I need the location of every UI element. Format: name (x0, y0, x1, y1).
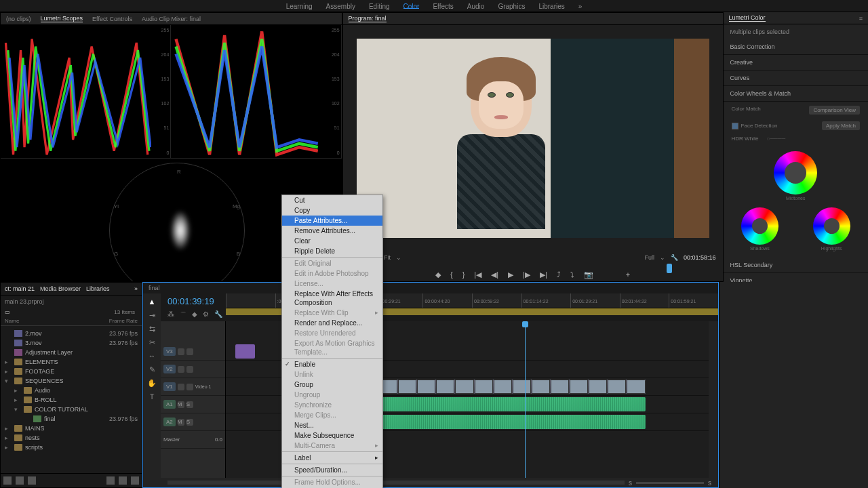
workspace-tab-active[interactable]: Color (403, 3, 420, 9)
program-video-frame[interactable] (357, 39, 709, 238)
context-menu-item[interactable]: Label (282, 453, 382, 463)
play-button[interactable]: ▶ (508, 270, 513, 279)
extract-button[interactable]: ⤵ (570, 270, 574, 279)
context-menu-item[interactable]: Ripple Delete (282, 246, 382, 256)
zoom-in-icon[interactable]: s (708, 479, 711, 487)
midtones-wheel[interactable] (774, 151, 817, 195)
export-frame-button[interactable]: 📷 (584, 270, 593, 279)
project-tab[interactable]: ct: main 21 (5, 285, 35, 292)
chevron-down-icon[interactable]: ⌄ (396, 254, 401, 261)
track-a2[interactable]: A2 (163, 418, 176, 426)
track-toggle[interactable] (178, 384, 184, 390)
wrench-icon[interactable]: 🔧 (671, 254, 678, 261)
zoom-out-icon[interactable]: s (629, 479, 632, 487)
panel-tab-active[interactable]: Lumetri Scopes (41, 15, 83, 22)
apply-match-button[interactable]: Apply Match (822, 121, 860, 130)
chevron-down-icon[interactable]: ⌄ (660, 254, 665, 261)
timecode-right[interactable]: 00:01:58:16 (684, 254, 716, 261)
panel-tab[interactable]: Effect Controls (92, 16, 132, 22)
context-menu-item[interactable]: Cut (282, 195, 382, 205)
project-item[interactable]: Adjustment Layer (1, 348, 142, 357)
project-item[interactable]: ▸ ELEMENTS (1, 357, 142, 367)
panel-tab[interactable]: Audio Clip Mixer: final (142, 16, 201, 22)
project-item[interactable]: 3.mov23.976 fps (1, 338, 142, 348)
context-menu-item[interactable]: Replace With After Effects Composition (282, 289, 382, 308)
zoom-dropdown[interactable]: Fit (384, 254, 391, 261)
track-solo[interactable]: S (186, 401, 193, 408)
fps-column[interactable]: Frame Rate (109, 318, 138, 324)
track-toggle[interactable] (186, 384, 193, 390)
new-bin-icon[interactable] (106, 476, 115, 485)
workspace-tab[interactable]: Assembly (326, 3, 355, 9)
project-item[interactable]: ▸ B-ROLL (1, 395, 142, 405)
track-mute[interactable]: M (178, 419, 184, 426)
step-back-button[interactable]: ◀| (491, 270, 498, 279)
face-detection-checkbox[interactable] (732, 123, 738, 129)
icon-view-icon[interactable] (16, 476, 24, 485)
context-menu-item[interactable]: Enable (282, 359, 382, 369)
clip[interactable] (235, 344, 254, 359)
ripple-tool-icon[interactable]: ⇆ (147, 325, 157, 334)
new-item-icon[interactable] (119, 476, 127, 485)
context-menu-item[interactable]: Make Subsequence (282, 430, 382, 441)
context-menu-item[interactable]: Copy (282, 205, 382, 216)
workspace-tab[interactable]: Graphics (498, 3, 525, 9)
go-next-button[interactable]: ▶| (540, 270, 547, 279)
link-icon[interactable]: ⌒ (180, 310, 186, 320)
context-menu-item[interactable]: Clear (282, 236, 382, 246)
list-view-icon[interactable] (3, 476, 12, 485)
track-toggle[interactable] (178, 348, 184, 355)
project-item[interactable]: ▸ scripts (1, 443, 142, 452)
freeform-view-icon[interactable] (28, 476, 36, 485)
zoom-slider[interactable] (636, 482, 704, 484)
track-solo[interactable]: S (186, 419, 193, 426)
highlights-wheel[interactable] (813, 207, 850, 245)
type-tool-icon[interactable]: T (147, 392, 157, 402)
marker-icon[interactable]: ◆ (192, 310, 197, 320)
mark-out-button[interactable]: } (462, 270, 465, 279)
program-playhead[interactable] (667, 264, 672, 273)
mark-in-button[interactable]: { (450, 270, 453, 279)
workspace-tab[interactable]: Libraries (538, 3, 564, 9)
project-item[interactable]: ▾ SEQUENCES (1, 376, 142, 386)
project-item[interactable]: 2.mov23.976 fps (1, 329, 142, 338)
project-item[interactable]: ▸ FOOTAGE (1, 367, 142, 376)
project-item[interactable]: ▸ nests (1, 433, 142, 443)
project-tab[interactable]: Media Browser (40, 285, 81, 292)
section-creative[interactable]: Creative (724, 55, 868, 70)
project-item[interactable]: final23.976 fps (1, 414, 142, 424)
track-v3[interactable]: V3 (163, 347, 176, 356)
project-tab[interactable]: Libraries (86, 285, 110, 292)
context-menu-item[interactable]: Speed/Duration... (282, 465, 382, 475)
track-select-tool-icon[interactable]: ⇥ (147, 311, 157, 321)
go-prev-button[interactable]: |◀ (474, 270, 481, 279)
workspace-tab[interactable]: Learning (286, 3, 313, 9)
track-v1[interactable]: V1 (163, 382, 176, 391)
snap-icon[interactable]: ⁂ (167, 310, 174, 320)
track-v2[interactable]: V2 (163, 365, 176, 373)
context-menu-item[interactable]: Group (282, 380, 382, 390)
trash-icon[interactable] (131, 476, 139, 485)
track-toggle[interactable] (178, 366, 184, 373)
selection-tool-icon[interactable]: ▲ (147, 298, 157, 307)
panel-menu-icon[interactable]: ≡ (859, 15, 863, 22)
project-item[interactable]: ▸ MAINS (1, 424, 142, 433)
track-a1[interactable]: A1 (163, 400, 176, 409)
workspace-tab[interactable]: Audio (467, 3, 485, 9)
overflow-icon[interactable]: » (578, 3, 583, 9)
step-forward-button[interactable]: |▶ (523, 270, 530, 279)
filter-icon[interactable]: ▭ (5, 309, 10, 315)
workspace-tab[interactable]: Effects (433, 3, 453, 9)
add-button[interactable]: + (626, 270, 630, 279)
track-toggle[interactable] (186, 366, 193, 373)
section-hsl-secondary[interactable]: HSL Secondary (724, 258, 868, 273)
hand-tool-icon[interactable]: ✋ (147, 379, 157, 388)
workspace-tab[interactable]: Editing (369, 3, 390, 9)
settings-icon[interactable]: ⚙ (203, 310, 209, 320)
track-toggle[interactable] (186, 348, 193, 355)
project-item[interactable]: ▾ COLOR TUTORIAL (1, 405, 142, 414)
context-menu-item[interactable]: Render and Replace... (282, 318, 382, 328)
section-basic-correction[interactable]: Basic Correction (724, 39, 868, 55)
horizontal-scrollbar[interactable] (167, 481, 625, 485)
context-menu-item[interactable]: Remove Attributes... (282, 226, 382, 236)
